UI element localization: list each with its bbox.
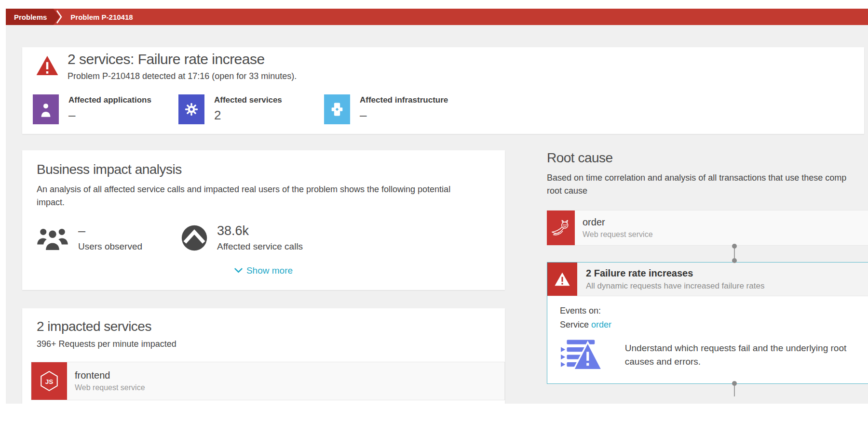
problem-header-card: 2 services: Failure rate increase Proble… xyxy=(22,47,864,134)
service-name: order xyxy=(583,217,653,228)
event-title: 2 Failure rate increases xyxy=(586,268,764,279)
show-more-button[interactable]: Show more xyxy=(37,265,490,276)
service-type: Web request service xyxy=(583,230,653,239)
infrastructure-icon xyxy=(324,94,350,124)
impacted-services-subtitle: 396+ Requests per minute impacted xyxy=(37,339,505,349)
page-title: 2 services: Failure rate increase xyxy=(68,51,265,67)
service-calls-icon xyxy=(181,225,207,251)
content-area: 2 services: Failure rate increase Proble… xyxy=(6,25,868,404)
affected-infrastructure: Affected infrastructure – xyxy=(324,94,470,124)
event-hint-text: Understand which requests fail and the u… xyxy=(625,342,863,368)
users-observed-label: Users observed xyxy=(78,241,142,252)
business-impact-title: Business impact analysis xyxy=(37,162,490,177)
business-impact-description: An analysis of all affected service call… xyxy=(37,183,480,209)
impact-stats-row: – Users observed 38.6k Affected service … xyxy=(37,224,490,252)
service-order-link[interactable]: order xyxy=(591,320,611,329)
breadcrumb: Problems Problem P-210418 xyxy=(6,9,868,25)
affected-infrastructure-label: Affected infrastructure xyxy=(360,95,448,105)
nodejs-icon: JS xyxy=(31,362,67,400)
events-on-label: Events on: xyxy=(560,306,863,316)
event-hint-row: Understand which requests fail and the u… xyxy=(560,339,863,371)
event-card-header: 2 Failure rate increases All dynamic req… xyxy=(547,263,868,296)
affected-services-label: Affected services xyxy=(214,95,282,105)
gear-icon xyxy=(178,94,204,124)
root-cause-description: Based on time correlation and analysis o… xyxy=(547,171,868,197)
events-analysis-icon xyxy=(560,339,603,371)
chevron-down-icon xyxy=(234,268,243,273)
service-name: frontend xyxy=(75,370,145,381)
root-cause-description-line1: Based on time correlation and analysis o… xyxy=(547,171,868,184)
show-more-label: Show more xyxy=(246,265,293,276)
event-subtitle: All dynamic requests have increased fail… xyxy=(586,281,764,291)
root-cause-section: Root cause Based on time correlation and… xyxy=(547,150,868,396)
root-cause-title: Root cause xyxy=(547,150,868,166)
users-observed-stat: – Users observed xyxy=(37,224,181,252)
connector-node xyxy=(732,244,737,249)
event-card-body: Events on: Service order xyxy=(547,296,868,383)
service-prefix: Service xyxy=(560,320,589,329)
events-service-line: Service order xyxy=(560,320,863,330)
affected-applications-label: Affected applications xyxy=(68,95,151,105)
business-impact-card: Business impact analysis An analysis of … xyxy=(22,150,505,290)
service-calls-value: 38.6k xyxy=(217,224,303,238)
users-observed-value: – xyxy=(78,224,142,238)
root-cause-description-line2: root cause xyxy=(547,184,868,197)
affected-services: Affected services 2 xyxy=(178,94,324,124)
affected-infrastructure-value: – xyxy=(360,108,448,123)
service-calls-stat: 38.6k Affected service calls xyxy=(181,224,326,252)
problem-detail-page: Problems Problem P-210418 2 services: Fa… xyxy=(0,0,868,421)
warning-triangle-icon xyxy=(36,55,59,76)
breadcrumb-item-current: Problem P-210418 xyxy=(62,9,133,25)
problem-subtitle: Problem P-210418 detected at 17:16 (open… xyxy=(68,71,297,81)
root-cause-connector xyxy=(547,246,868,262)
user-icon xyxy=(33,94,59,124)
users-group-icon xyxy=(37,225,68,250)
breadcrumb-item-problems[interactable]: Problems xyxy=(6,9,59,25)
service-row-order[interactable]: order Web request service xyxy=(547,210,868,246)
service-calls-label: Affected service calls xyxy=(217,241,303,252)
svg-text:JS: JS xyxy=(45,378,54,385)
root-cause-connector-bottom xyxy=(547,384,868,396)
affected-applications: Affected applications – xyxy=(33,94,178,124)
connector-node xyxy=(732,258,737,263)
impacted-services-title: 2 impacted services xyxy=(37,319,505,334)
impacted-services-card: 2 impacted services 396+ Requests per mi… xyxy=(22,308,505,404)
failure-rate-event-card: 2 Failure rate increases All dynamic req… xyxy=(547,262,868,384)
alert-triangle-icon xyxy=(547,263,577,296)
affected-applications-value: – xyxy=(68,108,151,123)
affected-entities-row: Affected applications – xyxy=(33,94,470,124)
service-type: Web request service xyxy=(75,383,145,392)
connector-node xyxy=(732,381,737,386)
affected-services-value: 2 xyxy=(214,108,282,123)
service-row-frontend[interactable]: JS frontend Web request service xyxy=(31,362,505,400)
tomcat-icon xyxy=(547,210,575,245)
